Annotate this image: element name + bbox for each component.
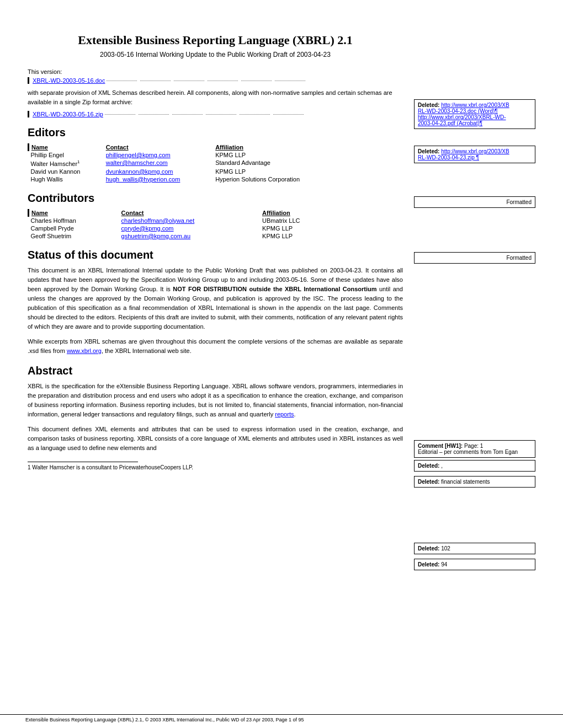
- contrib-col-affiliation: Affiliation: [260, 209, 337, 217]
- deleted-label-6: Deleted:: [418, 561, 441, 568]
- contrib-col-contact: Contact: [119, 209, 260, 217]
- footnote-ref-1: 1: [77, 159, 79, 164]
- status-para-1: This document is an XBRL International I…: [28, 266, 403, 331]
- formatted-box-1: Formatted: [414, 196, 535, 208]
- contributors-table-header-row: Name Contact Affiliation: [29, 209, 403, 217]
- description-text: with separate provision of XML Schemas d…: [28, 88, 403, 106]
- version-doc-link[interactable]: XBRL-WD-2003-05-16.doc: [33, 77, 105, 84]
- editor-affiliation-2: Standard Advantage: [213, 159, 337, 168]
- contrib-contact-3: gshuetrim@kpmg.com.au: [119, 232, 260, 240]
- deleted-text-5: 102: [441, 545, 450, 552]
- abstract-para-1: XBRL is the specification for the eXtens…: [28, 382, 403, 419]
- footer-text: Extensible Business Reporting Language (…: [25, 717, 304, 722]
- comment-box-hw1: Comment [HW1]: Page: 1Editorial – per co…: [414, 440, 535, 458]
- table-row: Charles Hoffman charleshoffman@olywa.net…: [29, 217, 403, 224]
- dotted-spacer10: [206, 114, 236, 115]
- contrib-col-name: Name: [29, 209, 119, 217]
- dotted-spacer4: [208, 81, 238, 81]
- contrib-name-1: Charles Hoffman: [29, 217, 119, 224]
- editor-affiliation-1: KPMG LLP: [213, 151, 337, 159]
- reports-link[interactable]: reports: [275, 411, 294, 417]
- dotted-spacer2: [140, 81, 171, 81]
- comment-label: Comment [HW1]:: [418, 443, 464, 449]
- deleted-box-3: Deleted: ,: [414, 460, 535, 472]
- deleted-link-2[interactable]: http://www.xbrl.org/2003/XBRL-WD-2003-04…: [418, 114, 506, 126]
- sidebar-section-top: Deleted: http://www.xbrl.org/2003/XBRL-W…: [414, 99, 535, 129]
- deleted-box-6: Deleted: 94: [414, 559, 535, 570]
- formatted-box-2: Formatted: [414, 252, 535, 264]
- dotted-spacer1: [107, 81, 137, 81]
- editors-heading: Editors: [28, 126, 403, 139]
- contrib-affiliation-1: UBmatrix LLC: [260, 217, 337, 224]
- editors-col-contact: Contact: [104, 143, 213, 151]
- contrib-affiliation-2: KPMG LLP: [260, 224, 337, 232]
- sidebar-bottom: Deleted: 102 Deleted: 94: [414, 543, 535, 570]
- this-version-label: This version:: [28, 68, 403, 75]
- deleted-box-4: Deleted: financial statements: [414, 476, 535, 488]
- deleted-box-2: Deleted: http://www.xbrl.org/2003/XBRL-W…: [414, 146, 535, 163]
- version-link-row2: XBRL-WD-2003-05-16.zip: [28, 111, 403, 117]
- formatted-badge-section-1: Formatted: [414, 196, 535, 208]
- table-row: Campbell Pryde cpryde@kpmg.com KPMG LLP: [29, 224, 403, 232]
- table-row: Geoff Shuetrim gshuetrim@kpmg.com.au KPM…: [29, 232, 403, 240]
- table-row: Walter Hamscher1 walter@hamscher.com Sta…: [29, 159, 403, 168]
- contrib-col-spacer: [337, 209, 403, 217]
- table-row: Phillip Engel phillipengel@kpmg.com KPMG…: [29, 151, 403, 159]
- dotted-spacer11: [240, 114, 270, 115]
- deleted-label-2: Deleted:: [418, 148, 441, 154]
- editors-table-header-row: Name Contact Affiliation: [29, 143, 403, 151]
- sidebar-section-zip: Deleted: http://www.xbrl.org/2003/XBRL-W…: [414, 146, 535, 163]
- abstract-para-2: This document defines XML elements and a…: [28, 425, 403, 453]
- page-container: Extensible Business Reporting Language (…: [0, 0, 563, 728]
- deleted-label-5: Deleted:: [418, 545, 441, 552]
- dotted-spacer8: [139, 114, 169, 115]
- formatted-label-2: Formatted: [506, 255, 532, 261]
- contrib-name-3: Geoff Shuetrim: [29, 232, 119, 240]
- status-para-2: While excerpts from XBRL schemas are giv…: [28, 337, 403, 356]
- editor-name-4: Hugh Wallis: [29, 175, 104, 183]
- editor-affiliation-3: KPMG LLP: [213, 168, 337, 175]
- formatted-label-1: Formatted: [506, 199, 532, 205]
- dotted-spacer3: [174, 81, 204, 81]
- contrib-contact-2: cpryde@kpmg.com: [119, 224, 260, 232]
- status-heading: Status of this document: [28, 249, 403, 261]
- editor-name-3: David vun Kannon: [29, 168, 104, 175]
- footnote-divider: [28, 462, 138, 462]
- contrib-affiliation-3: KPMG LLP: [260, 232, 337, 240]
- document-subtitle: 2003-05-16 Internal Working Update to th…: [28, 51, 403, 58]
- editor-name-1: Phillip Engel: [29, 151, 104, 159]
- editor-name-2: Walter Hamscher1: [29, 159, 104, 168]
- dotted-spacer9: [172, 114, 203, 115]
- page-footer: Extensible Business Reporting Language (…: [0, 714, 563, 722]
- contributors-heading: Contributors: [28, 192, 403, 205]
- formatted-badge-section-2: Formatted: [414, 252, 535, 264]
- dotted-spacer5: [241, 81, 272, 81]
- contributors-table: Name Contact Affiliation Charles Hoffman…: [28, 209, 403, 240]
- editor-contact-1: phillipengel@kpmg.com: [104, 151, 213, 159]
- editor-contact-2: walter@hamscher.com: [104, 159, 213, 168]
- footnote-text: 1 Walter Hamscher is a consultant to Pri…: [28, 464, 403, 470]
- contrib-name-2: Campbell Pryde: [29, 224, 119, 232]
- version-zip-link[interactable]: XBRL-WD-2003-05-16.zip: [33, 111, 103, 117]
- editor-affiliation-4: Hyperion Solutions Corporation: [213, 175, 337, 183]
- editors-table: Name Contact Affiliation Phillip Engel p…: [28, 143, 403, 183]
- table-row: Hugh Wallis hugh_wallis@hyperion.com Hyp…: [29, 175, 403, 183]
- deleted-label-4: Deleted:: [418, 479, 441, 485]
- deleted-label-3: Deleted:: [418, 463, 441, 469]
- xbrl-org-link[interactable]: www.xbrl.org: [67, 347, 102, 354]
- editors-col-spacer: [337, 143, 403, 151]
- dotted-spacer6: [275, 81, 305, 81]
- deleted-box-1: Deleted: http://www.xbrl.org/2003/XBRL-W…: [414, 99, 535, 129]
- status-bold-text: NOT FOR DISTRIBUTION outside the XBRL In…: [173, 286, 376, 292]
- deleted-box-5: Deleted: 102: [414, 543, 535, 554]
- abstract-heading: Abstract: [28, 365, 403, 377]
- dotted-spacer12: [273, 114, 304, 115]
- table-row: David vun Kannon dvunkannon@kpmg.com KPM…: [29, 168, 403, 175]
- editor-contact-3: dvunkannon@kpmg.com: [104, 168, 213, 175]
- main-content: Extensible Business Reporting Language (…: [28, 33, 403, 470]
- editors-col-name: Name: [29, 143, 104, 151]
- deleted-text-4: financial statements: [441, 479, 490, 485]
- deleted-text-3: ,: [441, 463, 443, 469]
- dotted-spacer7: [105, 114, 135, 115]
- editors-col-affiliation: Affiliation: [213, 143, 337, 151]
